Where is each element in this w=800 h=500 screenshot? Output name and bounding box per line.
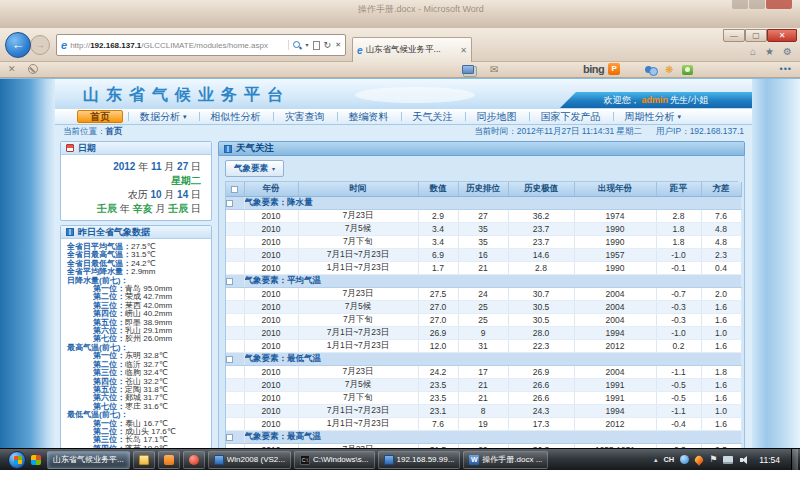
nav-item[interactable]: 整编资料 (337, 109, 401, 124)
minimize-button[interactable]: — (723, 29, 745, 42)
address-bar[interactable]: e http://192.168.137.1/GLCCLIMATE/module… (56, 34, 346, 56)
ime-indicator[interactable]: CH (663, 455, 674, 464)
welcome-suffix: 先生/小姐 (670, 94, 709, 107)
table-row[interactable]: 20107月23日2.92736.219742.87.6 (226, 209, 741, 222)
search-dropdown-icon[interactable]: ▾ (306, 40, 309, 50)
table-row[interactable]: 20107月1日~7月23日6.91614.61957-1.02.3 (226, 248, 741, 261)
flame-tray-icon[interactable] (694, 454, 705, 465)
nav-item[interactable]: 天气关注 (401, 109, 465, 124)
table-row[interactable]: 20107月下旬3.43523.719901.84.8 (226, 235, 741, 248)
gear-icon[interactable]: ⚙ (783, 46, 792, 57)
table-row[interactable]: 20101月1日~7月23日7.61917.32012-0.41.6 (226, 417, 741, 430)
url-text[interactable]: http://192.168.137.1/GLCCLIMATE/modules/… (70, 41, 287, 50)
close-toolbar-icon[interactable]: ✕ (8, 64, 16, 74)
checkbox[interactable] (226, 200, 233, 207)
taskbar-button[interactable]: W操作手册.docx ... (463, 451, 548, 469)
table-cell: 1994 (574, 326, 656, 339)
nav-item[interactable]: 首页 (77, 110, 123, 123)
refresh-icon[interactable]: ↻ (324, 40, 332, 50)
checkbox[interactable] (226, 278, 233, 285)
column-header[interactable]: 方差 (701, 182, 741, 196)
table-row[interactable]: 20107月23日27.52430.72004-0.72.0 (226, 287, 741, 300)
nav-item[interactable]: 相似性分析 (199, 109, 273, 124)
taskbar-button[interactable]: e山东省气候业务平... (47, 451, 130, 469)
taskbar-clock[interactable]: 11:54 (759, 455, 780, 465)
sparkle-addon-icon[interactable]: ❋ (665, 64, 673, 75)
close-button[interactable]: ✕ (767, 29, 797, 42)
table-row[interactable]: 20107月1日~7月23日23.1824.31994-1.11.0 (226, 404, 741, 417)
column-header[interactable]: 距平 (656, 182, 701, 196)
table-row[interactable]: 20101月1日~7月23日12.03122.320120.21.6 (226, 339, 741, 352)
nav-item[interactable]: 国家下发产品 (529, 109, 613, 124)
mail-icon[interactable]: ✉ (490, 64, 498, 75)
checkbox[interactable] (231, 186, 238, 193)
cards-icon[interactable] (462, 65, 474, 74)
taskbar-button[interactable] (158, 451, 180, 469)
people-addon-icon[interactable] (682, 65, 693, 75)
network-icon[interactable] (723, 456, 733, 464)
gadget-icon[interactable] (31, 455, 41, 465)
date-segment: 日 (188, 189, 201, 200)
element-filter-button[interactable]: 气象要素 ▾ (225, 160, 284, 177)
tab-close-icon[interactable]: ✕ (460, 46, 467, 55)
home-icon[interactable]: ⌂ (750, 46, 756, 57)
taskbar-button[interactable] (133, 451, 155, 469)
tab-favicon-ie-icon: e (357, 45, 363, 56)
table-row[interactable]: 20107月5候23.52126.61991-0.51.6 (226, 378, 741, 391)
column-header[interactable]: 历史排位 (458, 182, 508, 196)
checkbox[interactable] (226, 356, 233, 363)
table-row[interactable]: 20107月1日~7月23日26.9928.01994-1.01.0 (226, 326, 741, 339)
globe-tray-icon[interactable] (680, 455, 689, 464)
tray-expand-icon[interactable]: ▴ (654, 456, 658, 464)
forward-button[interactable]: → (30, 35, 50, 55)
back-button[interactable]: ← (5, 32, 31, 58)
taskbar-button[interactable]: 192.168.59.99... (378, 451, 461, 469)
column-header[interactable]: 出现年份 (574, 182, 656, 196)
table-cell: 1.6 (701, 300, 741, 313)
nav-item[interactable]: 数据分析▾ (128, 109, 199, 124)
group-checkbox-cell (226, 274, 244, 287)
nav-item[interactable]: 同步地图 (465, 109, 529, 124)
table-row[interactable]: 20107月下旬23.52126.61991-0.51.6 (226, 391, 741, 404)
table-cell: 1990 (574, 222, 656, 235)
breadcrumb-value[interactable]: 首页 (106, 126, 123, 136)
table-row[interactable]: 20107月下旬27.02530.52004-0.31.6 (226, 313, 741, 326)
column-header[interactable]: 数值 (418, 182, 458, 196)
circles-addon-icon[interactable] (645, 65, 656, 75)
more-button[interactable]: ••• (780, 64, 792, 74)
action-center-flag-icon[interactable]: ⚑ (709, 455, 717, 464)
start-button[interactable] (8, 451, 26, 469)
table-cell: 2010 (244, 235, 298, 248)
table-row[interactable]: 20107月23日24.21726.92004-1.11.8 (226, 365, 741, 378)
climate-panel-title: 昨日全省气象数据 (78, 226, 150, 239)
search-icon[interactable] (292, 40, 302, 50)
taskbar-button[interactable] (183, 451, 205, 469)
breadcrumb-label: 当前位置： (63, 126, 106, 136)
stop-icon[interactable]: ✕ (335, 40, 341, 50)
taskbar-button[interactable]: C:\C:\Windows\s... (294, 451, 375, 469)
table-cell: 1.6 (701, 378, 741, 391)
table-cell: 3.4 (418, 222, 458, 235)
taskbar-button[interactable]: Win2008 (VS2... (208, 451, 291, 469)
cmd-icon: C:\ (300, 455, 310, 465)
speaker-icon[interactable] (739, 455, 749, 465)
browser-tab[interactable]: e 山东省气候业务平... ✕ (352, 37, 472, 62)
current-time: 当前时间：2012年11月27日 11:14:31 星期二 (474, 126, 642, 138)
table-row[interactable]: 20107月5候3.43523.719901.84.8 (226, 222, 741, 235)
checkbox[interactable] (226, 434, 233, 441)
bing-logo[interactable]: bing P (583, 63, 620, 75)
compatibility-view-icon[interactable] (313, 41, 320, 50)
table-row[interactable]: 20107月5候27.02530.52004-0.31.6 (226, 300, 741, 313)
nav-item[interactable]: 周期性分析▾ (613, 109, 694, 124)
table-row[interactable]: 20101月1日~7月23日1.7212.81990-0.10.4 (226, 261, 741, 274)
column-header[interactable]: 历史极值 (508, 182, 574, 196)
weather-table: 年份时间数值历史排位历史极值出现年份距平方差 气象要素：降水量20107月23日… (225, 181, 738, 448)
favorites-star-icon[interactable]: ★ (765, 46, 774, 57)
remote-icon (214, 455, 224, 465)
table-cell: 7月5候 (298, 378, 418, 391)
nav-item[interactable]: 灾害查询 (273, 109, 337, 124)
column-header[interactable]: 时间 (298, 182, 418, 196)
show-desktop-button[interactable] (791, 449, 798, 471)
column-header[interactable]: 年份 (244, 182, 298, 196)
maximize-button[interactable]: ▢ (745, 29, 767, 42)
